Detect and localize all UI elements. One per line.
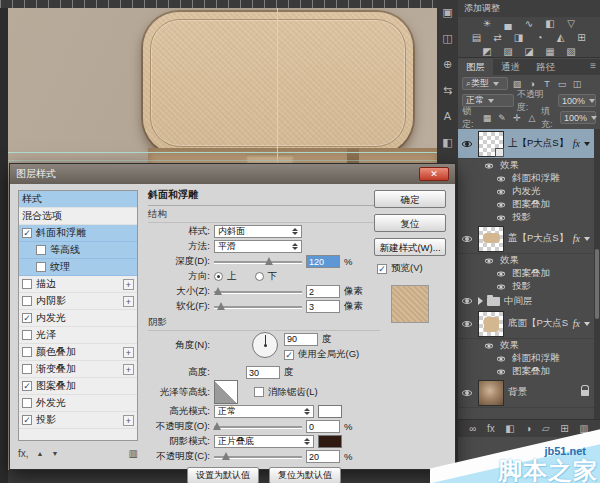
style-item-0[interactable]: 斜面和浮雕 (19, 225, 137, 242)
threshold-icon[interactable]: ◪ (523, 46, 536, 58)
layer-name[interactable]: 背景 (508, 386, 527, 399)
effect-row-3[interactable]: 内发光 (458, 185, 594, 198)
visibility-toggle[interactable] (460, 298, 474, 304)
style-item-6[interactable]: 光泽 (19, 327, 137, 344)
antialias-checkbox[interactable] (254, 387, 264, 397)
panel-dock-icon-6[interactable]: ◧ (442, 136, 452, 148)
effects-header-row-7[interactable]: 效果 (458, 254, 594, 267)
reset-default-button[interactable]: 复位为默认值 (269, 467, 341, 483)
size-slider[interactable] (214, 289, 302, 294)
visibility-toggle[interactable] (494, 356, 508, 362)
collapse-effects-icon[interactable] (584, 237, 590, 241)
group-name[interactable]: 中间层 (504, 295, 533, 308)
visibility-toggle[interactable] (460, 321, 474, 327)
lock-position-icon[interactable]: ✛ (511, 113, 523, 123)
reset-button[interactable]: 复位 (374, 214, 446, 232)
layer-thumbnail[interactable] (478, 226, 504, 252)
panel-dock-icon-3[interactable]: ⊕ (443, 58, 452, 70)
style-checkbox[interactable] (22, 330, 32, 340)
effect-name[interactable]: 斜面和浮雕 (512, 352, 560, 365)
effect-name[interactable]: 投影 (512, 280, 531, 293)
brightness-contrast-icon[interactable]: ☀ (481, 18, 494, 30)
collapse-effects-icon[interactable] (584, 322, 590, 326)
style-checkbox[interactable] (36, 245, 46, 255)
visibility-toggle[interactable] (494, 271, 508, 277)
tab-layers[interactable]: 图层 (458, 59, 493, 75)
layer-thumbnail[interactable] (478, 311, 504, 337)
style-checkbox[interactable] (22, 347, 32, 357)
soften-input[interactable]: 3 (306, 300, 340, 313)
channel-mixer-icon[interactable]: ◭ (554, 32, 567, 44)
layer-thumbnail[interactable] (478, 380, 504, 406)
hue-saturation-icon[interactable]: ▤ (470, 32, 483, 44)
dialog-title-bar[interactable]: 图层样式 ✕ (10, 164, 455, 184)
lock-all-icon[interactable]: △ (526, 113, 538, 123)
style-item-5[interactable]: 内发光 (19, 310, 137, 327)
effect-row-5[interactable]: 投影 (458, 211, 594, 224)
layer-row-15[interactable]: 背景 (458, 378, 594, 408)
color-balance-icon[interactable]: ⇄ (491, 32, 504, 44)
gloss-contour-thumbnail[interactable] (214, 380, 238, 404)
exposure-icon[interactable]: ◧ (544, 18, 557, 30)
visibility-toggle[interactable] (494, 284, 508, 290)
style-item-8[interactable]: 渐变叠加 (19, 361, 137, 378)
fx-menu-icon[interactable]: fx, (18, 448, 29, 459)
move-up-icon[interactable]: ▲ (37, 450, 44, 457)
filter-smart-object-icon[interactable]: ◫ (571, 79, 583, 89)
effect-row-9[interactable]: 投影 (458, 280, 594, 293)
effect-name[interactable]: 斜面和浮雕 (512, 172, 560, 185)
group-row-10[interactable]: 中间层 (458, 293, 594, 309)
panel-dock-icon-1[interactable]: ▣ (442, 6, 452, 18)
style-checkbox[interactable] (22, 296, 32, 306)
technique-dropdown[interactable]: 平滑 (214, 240, 302, 253)
collapse-effects-icon[interactable] (584, 142, 590, 146)
style-checkbox[interactable] (22, 364, 32, 374)
add-instance-icon[interactable] (123, 279, 134, 290)
effect-row-8[interactable]: 图案叠加 (458, 267, 594, 280)
effect-name[interactable]: 图案叠加 (512, 365, 550, 378)
style-item-7[interactable]: 颜色叠加 (19, 344, 137, 361)
depth-input[interactable]: 120 (306, 255, 340, 268)
size-input[interactable]: 2 (306, 285, 340, 298)
style-item-3[interactable]: 描边 (19, 276, 137, 293)
layer-row-6[interactable]: 盖【P大点S】fx (458, 224, 594, 254)
visibility-toggle[interactable] (494, 215, 508, 221)
visibility-toggle[interactable] (494, 189, 508, 195)
style-item-9[interactable]: 图案叠加 (19, 378, 137, 395)
selective-color-icon[interactable]: ▧ (565, 46, 578, 58)
visibility-toggle[interactable] (482, 258, 496, 264)
visibility-toggle[interactable] (482, 163, 496, 169)
black-white-icon[interactable]: ◨ (512, 32, 525, 44)
layer-row-0[interactable]: 上【P大点S】fx (458, 129, 594, 159)
highlight-opacity-input[interactable]: 0 (306, 420, 340, 433)
style-checkbox[interactable] (22, 228, 32, 238)
lock-pixels-icon[interactable]: ✎ (496, 113, 508, 123)
gradient-map-icon[interactable]: ▦ (544, 46, 557, 58)
depth-slider[interactable] (214, 259, 302, 264)
style-item-11[interactable]: 投影 (19, 412, 137, 429)
layer-name[interactable]: 上【P大点S】 (508, 137, 568, 150)
effects-header-label[interactable]: 效果 (500, 254, 519, 267)
styles-nav-1[interactable]: 混合选项 (19, 208, 137, 225)
layer-name[interactable]: 盖【P大点S】 (508, 232, 568, 245)
layer-thumbnail[interactable] (478, 131, 504, 157)
visibility-toggle[interactable] (460, 390, 474, 396)
visibility-toggle[interactable] (494, 369, 508, 375)
style-checkbox[interactable] (22, 381, 32, 391)
opacity-dropdown[interactable]: 100% (558, 94, 596, 107)
shadow-opacity-input[interactable]: 20 (306, 450, 340, 463)
highlight-color-swatch[interactable] (318, 405, 342, 418)
effect-name[interactable]: 内发光 (512, 185, 541, 198)
effects-header-label[interactable]: 效果 (500, 159, 519, 172)
panel-menu-icon[interactable]: ≡ (586, 59, 600, 75)
effect-row-13[interactable]: 斜面和浮雕 (458, 352, 594, 365)
ok-button[interactable]: 确定 (374, 190, 446, 208)
layer-row-11[interactable]: 底面【P大点S】fx (458, 309, 594, 339)
lock-transparency-icon[interactable]: ▦ (481, 113, 493, 123)
altitude-input[interactable]: 30 (246, 366, 280, 379)
direction-down-radio[interactable] (255, 272, 264, 281)
set-default-button[interactable]: 设置为默认值 (187, 467, 259, 483)
add-instance-icon[interactable] (123, 415, 134, 426)
effect-row-14[interactable]: 图案叠加 (458, 365, 594, 378)
styles-nav-0[interactable]: 样式 (19, 191, 137, 208)
